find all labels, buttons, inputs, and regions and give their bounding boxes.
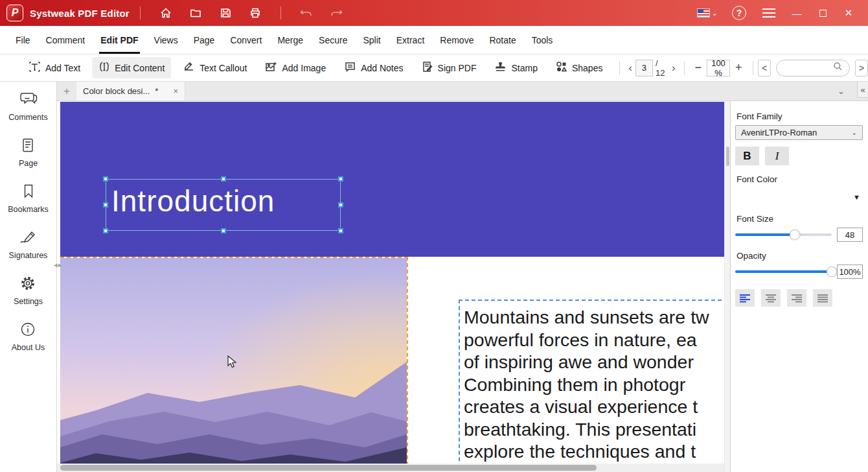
opacity-label: Opacity bbox=[737, 251, 863, 261]
heading-text[interactable]: Introduction bbox=[111, 183, 275, 218]
sidebar-item-page[interactable]: Page bbox=[19, 137, 38, 168]
menu-rotate[interactable]: Rotate bbox=[481, 26, 523, 54]
app-title: Systweak PDF Editor bbox=[30, 8, 130, 19]
add-notes-button[interactable]: Add Notes bbox=[337, 57, 409, 78]
menu-page[interactable]: Page bbox=[186, 26, 223, 54]
close-button[interactable]: ✕ bbox=[836, 4, 862, 22]
vertical-scrollbar-thumb[interactable] bbox=[726, 147, 729, 166]
align-justify-button[interactable] bbox=[813, 289, 832, 307]
search-input[interactable] bbox=[776, 60, 850, 77]
help-icon[interactable]: ? bbox=[728, 4, 750, 22]
menu-secure[interactable]: Secure bbox=[311, 26, 355, 54]
font-color-swatch[interactable]: ▼ bbox=[735, 188, 863, 210]
align-center-button[interactable] bbox=[761, 289, 781, 307]
language-flag-icon[interactable] bbox=[698, 9, 709, 17]
shapes-button[interactable]: Shapes bbox=[549, 57, 609, 78]
menu-extract[interactable]: Extract bbox=[389, 26, 433, 54]
zoom-in-button[interactable]: + bbox=[730, 61, 748, 75]
align-left-button[interactable] bbox=[735, 289, 755, 307]
horizontal-scrollbar[interactable] bbox=[57, 464, 724, 472]
sidebar-item-comments[interactable]: Comments bbox=[8, 91, 47, 122]
font-size-slider-thumb[interactable] bbox=[790, 230, 800, 240]
zoom-out-button[interactable]: − bbox=[689, 61, 707, 75]
home-icon[interactable] bbox=[155, 4, 177, 22]
divider bbox=[619, 61, 620, 75]
add-image-icon bbox=[265, 61, 277, 75]
zoom-level-input[interactable]: 100 % bbox=[707, 60, 730, 77]
menu-tools[interactable]: Tools bbox=[524, 26, 561, 54]
page-number-input[interactable]: 3 bbox=[635, 60, 653, 77]
sign-pdf-button[interactable]: Sign PDF bbox=[415, 57, 483, 78]
resize-handle-top-right[interactable] bbox=[338, 176, 343, 182]
resize-handle-bottom-left[interactable] bbox=[103, 228, 108, 233]
resize-handle-middle-left[interactable] bbox=[103, 202, 108, 207]
minimize-button[interactable]: — bbox=[784, 4, 810, 22]
search-next-button[interactable]: > bbox=[855, 60, 868, 77]
save-icon[interactable] bbox=[214, 4, 236, 22]
about-icon bbox=[19, 321, 36, 340]
shapes-icon bbox=[556, 61, 567, 75]
tab-close-icon[interactable]: × bbox=[173, 86, 178, 96]
add-notes-icon bbox=[344, 61, 356, 75]
previous-page-button[interactable]: ‹ bbox=[625, 62, 635, 75]
horizontal-scrollbar-thumb[interactable] bbox=[60, 465, 597, 471]
document-canvas[interactable]: Introduction bbox=[57, 101, 724, 472]
sidebar-item-signatures[interactable]: Signatures bbox=[9, 229, 48, 260]
maximize-button[interactable] bbox=[810, 4, 836, 22]
menu-comment[interactable]: Comment bbox=[38, 26, 93, 54]
body-text-box[interactable]: Mountains and sunsets are tw powerful fo… bbox=[459, 300, 724, 472]
italic-button[interactable]: I bbox=[765, 147, 789, 165]
sidebar-item-bookmarks[interactable]: Bookmarks bbox=[8, 183, 49, 214]
sidebar-item-about[interactable]: About Us bbox=[12, 321, 45, 352]
menu-split[interactable]: Split bbox=[355, 26, 388, 54]
align-right-button[interactable] bbox=[787, 289, 806, 307]
stamp-button[interactable]: Stamp bbox=[488, 57, 543, 78]
open-folder-icon[interactable] bbox=[185, 4, 207, 22]
new-tab-button[interactable]: + bbox=[57, 82, 76, 100]
resize-handle-top-middle[interactable] bbox=[221, 176, 226, 182]
sidebar-item-settings[interactable]: Settings bbox=[14, 275, 43, 306]
chevron-down-icon: ⌄ bbox=[852, 129, 857, 136]
tab-list-chevron-down-icon[interactable]: ⌄ bbox=[838, 82, 845, 100]
language-chevron-down-icon[interactable]: ⌄ bbox=[712, 9, 718, 18]
bookmarks-icon bbox=[20, 183, 37, 202]
menu-convert[interactable]: Convert bbox=[222, 26, 269, 54]
resize-handle-bottom-right[interactable] bbox=[338, 228, 343, 233]
font-family-dropdown[interactable]: AvenirLTPro-Roman ⌄ bbox=[735, 125, 863, 140]
settings-icon bbox=[19, 275, 36, 294]
font-size-input[interactable]: 48 bbox=[837, 228, 863, 242]
bold-button[interactable]: B bbox=[735, 147, 759, 165]
edit-content-button[interactable]: Edit Content bbox=[92, 57, 171, 78]
selected-text-box[interactable]: Introduction bbox=[106, 179, 341, 231]
opacity-slider[interactable] bbox=[735, 267, 832, 276]
body-line: Mountains and sunsets are tw bbox=[464, 306, 724, 329]
divider bbox=[140, 6, 141, 19]
text-callout-button[interactable]: Text Callout bbox=[176, 57, 253, 78]
menu-remove[interactable]: Remove bbox=[432, 26, 481, 54]
body-line: Combining them in photogr bbox=[464, 373, 724, 396]
font-color-chevron-down-icon[interactable]: ▼ bbox=[853, 193, 860, 201]
menu-edit-pdf[interactable]: Edit PDF bbox=[93, 26, 146, 54]
opacity-slider-thumb[interactable] bbox=[827, 266, 837, 277]
print-icon[interactable] bbox=[244, 4, 266, 22]
body-line: of inspiring awe and wonder bbox=[464, 351, 724, 373]
font-size-slider[interactable] bbox=[735, 230, 832, 239]
vertical-scrollbar[interactable] bbox=[724, 101, 730, 472]
resize-handle-top-left[interactable] bbox=[103, 176, 108, 182]
sidebar-splitter-handle[interactable]: ◄► bbox=[52, 262, 62, 268]
menu-icon[interactable] bbox=[758, 4, 780, 22]
add-image-button[interactable]: Add Image bbox=[258, 57, 332, 78]
undo-icon[interactable] bbox=[295, 4, 317, 22]
menu-merge[interactable]: Merge bbox=[269, 26, 311, 54]
resize-handle-bottom-middle[interactable] bbox=[221, 228, 226, 233]
menu-file[interactable]: File bbox=[8, 26, 38, 54]
redo-icon[interactable] bbox=[325, 4, 347, 22]
next-page-button[interactable]: › bbox=[668, 62, 679, 75]
menu-views[interactable]: Views bbox=[146, 26, 186, 54]
opacity-input[interactable]: 100% bbox=[837, 265, 863, 279]
search-previous-button[interactable]: < bbox=[758, 60, 771, 77]
resize-handle-middle-right[interactable] bbox=[338, 202, 343, 207]
panel-collapse-button[interactable]: « bbox=[857, 82, 868, 98]
add-text-button[interactable]: Add Text bbox=[22, 57, 87, 78]
document-tab[interactable]: Color block desi... * × bbox=[76, 82, 185, 100]
